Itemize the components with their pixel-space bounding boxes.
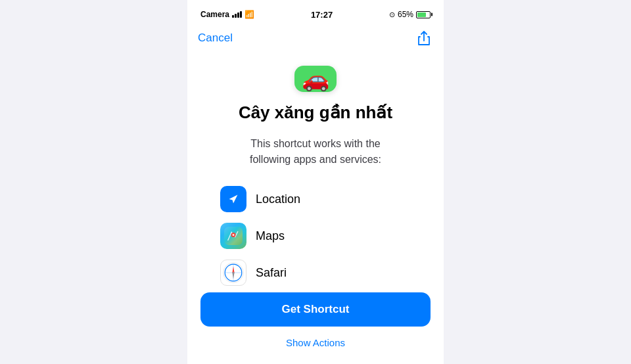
- location-app-icon: [220, 186, 246, 212]
- status-time: 17:27: [311, 10, 333, 20]
- safari-icon: [223, 262, 244, 283]
- shortcut-description: This shortcut works with the following a…: [230, 136, 401, 168]
- maps-app-icon: [220, 223, 246, 249]
- maps-icon: [224, 227, 243, 245]
- share-button[interactable]: [415, 29, 433, 47]
- status-right: ⊙ 65%: [389, 10, 431, 19]
- car-emoji-icon: 🚗: [302, 66, 329, 92]
- main-content: 🚗 Cây xăng gần nhất This shortcut works …: [187, 53, 444, 292]
- status-left: Camera 📶: [200, 10, 254, 19]
- camera-label: Camera: [200, 10, 229, 19]
- safari-app-icon: [220, 260, 246, 286]
- apps-list: Location: [207, 186, 424, 286]
- phone-frame: Camera 📶 17:27 ⊙ 65% Cancel: [187, 0, 444, 364]
- signal-bar-1: [232, 15, 234, 18]
- signal-bar-2: [235, 14, 237, 18]
- shortcut-title: Cây xăng gần nhất: [239, 102, 392, 123]
- battery-icon: [416, 11, 431, 18]
- battery-fill: [417, 12, 426, 17]
- list-item: Safari: [220, 260, 411, 286]
- share-icon: [417, 30, 431, 46]
- show-actions-button[interactable]: Show Actions: [283, 334, 348, 351]
- cancel-button[interactable]: Cancel: [198, 32, 233, 45]
- bottom-area: Get Shortcut Show Actions: [187, 292, 444, 364]
- status-bar: Camera 📶 17:27 ⊙ 65%: [187, 0, 444, 26]
- location-label: Location: [256, 193, 300, 206]
- wifi-icon: 📶: [245, 10, 254, 19]
- list-item: Location: [220, 186, 411, 212]
- signal-bar-4: [240, 11, 242, 18]
- signal-bar-3: [237, 12, 239, 18]
- svg-point-2: [233, 234, 235, 236]
- location-arrow-icon: [226, 192, 241, 206]
- nav-bar: Cancel: [187, 26, 444, 53]
- signal-bars: [232, 11, 242, 18]
- safari-label: Safari: [256, 266, 287, 280]
- shortcut-app-icon: 🚗: [294, 66, 337, 92]
- battery-percent: 65%: [398, 10, 413, 19]
- list-item: Maps: [220, 223, 411, 249]
- location-indicator: ⊙: [389, 11, 395, 19]
- get-shortcut-button[interactable]: Get Shortcut: [200, 292, 431, 327]
- maps-label: Maps: [256, 229, 285, 243]
